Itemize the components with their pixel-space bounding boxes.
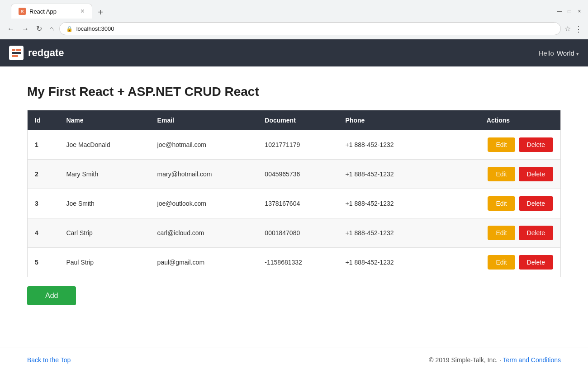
edit-button[interactable]: Edit: [488, 167, 515, 181]
active-tab[interactable]: R React App ×: [11, 4, 92, 19]
actions-cell: EditDelete: [443, 167, 553, 181]
tab-bar: R React App × +: [5, 4, 112, 19]
edit-button[interactable]: Edit: [488, 226, 515, 240]
browser-menu-button[interactable]: ⋮: [574, 24, 583, 34]
tab-favicon-text: R: [21, 9, 24, 14]
terms-link[interactable]: Term and Conditions: [503, 356, 561, 364]
url-text: localhost:3000: [76, 25, 554, 32]
col-header-actions: Actions: [436, 110, 561, 131]
back-to-top-link[interactable]: Back to the Top: [27, 356, 71, 364]
delete-button[interactable]: Delete: [519, 167, 553, 181]
home-button[interactable]: ⌂: [47, 23, 56, 35]
table-row: 5Paul Strippaul@gmail.com-1158681332+1 8…: [28, 248, 561, 277]
actions-cell: EditDelete: [443, 137, 553, 152]
world-text: World: [557, 49, 574, 57]
cell-id: 5: [28, 248, 59, 277]
new-tab-button[interactable]: +: [94, 6, 107, 19]
table-header: Id Name Email Document Phone Actions: [28, 110, 561, 131]
cell-email: paul@gmail.com: [150, 248, 258, 277]
cell-id: 1: [28, 130, 59, 160]
cell-email: carl@icloud.com: [150, 218, 258, 248]
col-header-id: Id: [28, 110, 59, 131]
bookmark-button[interactable]: ☆: [564, 24, 571, 33]
table-row: 3Joe Smithjoe@outlook.com1378167604+1 88…: [28, 189, 561, 218]
maximize-button[interactable]: □: [566, 8, 573, 14]
cell-id: 4: [28, 218, 59, 248]
cell-name: Joe MacDonald: [59, 130, 150, 160]
cell-phone: +1 888-452-1232: [338, 160, 436, 189]
add-button[interactable]: Add: [27, 286, 76, 305]
address-bar: ← → ↻ ⌂ 🔒 localhost:3000 ☆ ⋮: [0, 19, 588, 39]
dropdown-icon: ▾: [576, 51, 579, 57]
cell-document: 1021771179: [257, 130, 338, 160]
cell-name: Joe Smith: [59, 189, 150, 218]
footer-right: © 2019 Simple-Talk, Inc. · Term and Cond…: [429, 356, 561, 364]
svg-rect-3: [12, 55, 18, 57]
delete-button[interactable]: Delete: [519, 196, 553, 211]
cell-name: Carl Strip: [59, 218, 150, 248]
cell-actions: EditDelete: [436, 160, 561, 189]
brand-link[interactable]: redgate: [9, 46, 64, 60]
cell-name: Paul Strip: [59, 248, 150, 277]
cell-phone: +1 888-452-1232: [338, 130, 436, 160]
cell-phone: +1 888-452-1232: [338, 248, 436, 277]
url-bar[interactable]: 🔒 localhost:3000: [59, 22, 561, 35]
svg-rect-0: [12, 49, 15, 51]
edit-button[interactable]: Edit: [488, 196, 515, 211]
cell-actions: EditDelete: [436, 218, 561, 248]
cell-actions: EditDelete: [436, 189, 561, 218]
delete-button[interactable]: Delete: [519, 226, 553, 240]
delete-button[interactable]: Delete: [519, 137, 553, 152]
cell-phone: +1 888-452-1232: [338, 189, 436, 218]
table-row: 4Carl Stripcarl@icloud.com0001847080+1 8…: [28, 218, 561, 248]
cell-phone: +1 888-452-1232: [338, 218, 436, 248]
cell-email: mary@hotmail.com: [150, 160, 258, 189]
app-footer: Back to the Top © 2019 Simple-Talk, Inc.…: [0, 347, 588, 373]
footer-copyright: © 2019 Simple-Talk, Inc. ·: [429, 356, 503, 364]
url-lock-icon: 🔒: [66, 26, 73, 32]
main-content: My First React + ASP.NET CRUD React Id N…: [0, 66, 588, 338]
table-row: 2Mary Smithmary@hotmail.com0045965736+1 …: [28, 160, 561, 189]
brand-name: redgate: [28, 47, 64, 59]
svg-rect-1: [16, 49, 21, 51]
col-header-phone: Phone: [338, 110, 436, 131]
col-header-email: Email: [150, 110, 258, 131]
window-controls: — □ ×: [556, 8, 583, 14]
cell-document: 1378167604: [257, 189, 338, 218]
forward-button[interactable]: →: [20, 23, 31, 35]
add-button-container: Add: [27, 277, 561, 305]
cell-document: 0001847080: [257, 218, 338, 248]
edit-button[interactable]: Edit: [488, 255, 515, 270]
cell-name: Mary Smith: [59, 160, 150, 189]
cell-document: 0045965736: [257, 160, 338, 189]
page-title: My First React + ASP.NET CRUD React: [27, 85, 561, 99]
col-header-document: Document: [257, 110, 338, 131]
actions-cell: EditDelete: [443, 226, 553, 240]
cell-document: -1158681332: [257, 248, 338, 277]
cell-email: joe@hotmail.com: [150, 130, 258, 160]
cell-id: 2: [28, 160, 59, 189]
cell-id: 3: [28, 189, 59, 218]
hello-text: Hello: [539, 49, 554, 57]
cell-email: joe@outlook.com: [150, 189, 258, 218]
table-row: 1Joe MacDonaldjoe@hotmail.com1021771179+…: [28, 130, 561, 160]
cell-actions: EditDelete: [436, 130, 561, 160]
browser-chrome: R React App × + — □ × ← → ↻ ⌂ 🔒 localhos…: [0, 0, 588, 39]
col-header-name: Name: [59, 110, 150, 131]
tab-close-button[interactable]: ×: [81, 8, 85, 15]
minimize-button[interactable]: —: [556, 8, 563, 14]
cell-actions: EditDelete: [436, 248, 561, 277]
close-window-button[interactable]: ×: [576, 8, 583, 14]
svg-rect-2: [12, 52, 21, 54]
world-dropdown[interactable]: World ▾: [557, 49, 579, 57]
back-button[interactable]: ←: [5, 23, 16, 35]
title-bar: R React App × + — □ ×: [0, 0, 588, 19]
actions-cell: EditDelete: [443, 255, 553, 270]
brand-svg: [11, 47, 22, 58]
refresh-button[interactable]: ↻: [34, 23, 44, 35]
tab-title: React App: [29, 8, 57, 15]
delete-button[interactable]: Delete: [519, 255, 553, 270]
table-body: 1Joe MacDonaldjoe@hotmail.com1021771179+…: [28, 130, 561, 277]
tab-favicon: R: [19, 8, 26, 15]
edit-button[interactable]: Edit: [488, 137, 515, 152]
